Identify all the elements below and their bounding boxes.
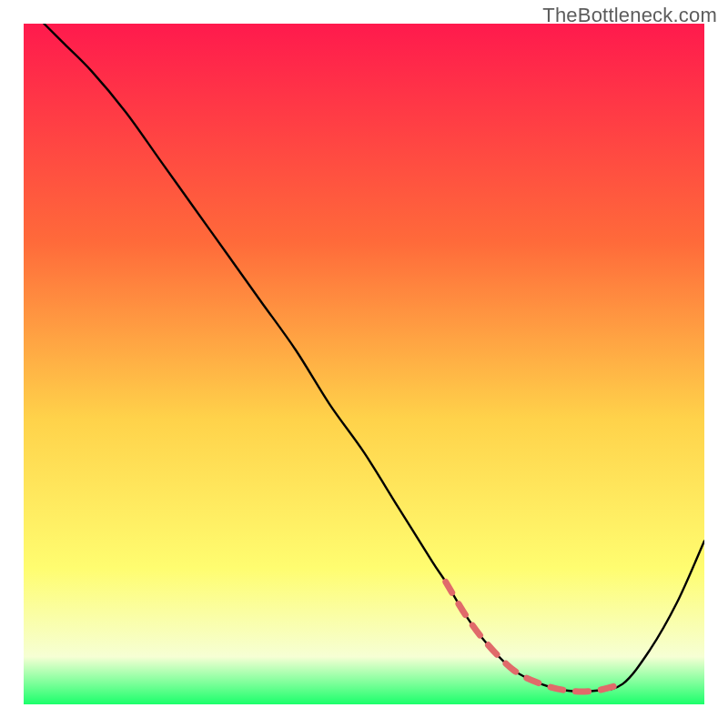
chart-svg (0, 0, 728, 728)
watermark-text: TheBottleneck.com (542, 4, 717, 27)
plot-background (24, 24, 704, 704)
chart-stage: TheBottleneck.com (0, 0, 728, 728)
